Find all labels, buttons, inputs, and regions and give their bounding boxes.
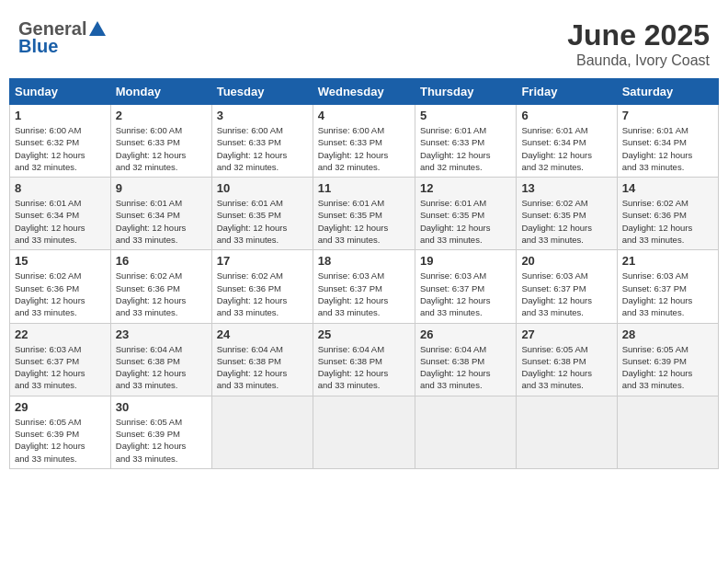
day-number: 29: [15, 400, 106, 414]
day-number: 19: [420, 254, 511, 268]
day-number: 23: [116, 327, 207, 341]
day-info: Sunrise: 6:03 AM Sunset: 6:37 PM Dayligh…: [318, 270, 410, 318]
day-number: 9: [116, 181, 207, 195]
table-row: 17Sunrise: 6:02 AM Sunset: 6:36 PM Dayli…: [211, 250, 313, 323]
logo-icon: [87, 19, 108, 40]
table-row: 11Sunrise: 6:01 AM Sunset: 6:35 PM Dayli…: [313, 178, 415, 250]
table-row: 18Sunrise: 6:03 AM Sunset: 6:37 PM Dayli…: [313, 250, 415, 323]
day-number: 26: [420, 327, 511, 341]
day-info: Sunrise: 6:02 AM Sunset: 6:36 PM Dayligh…: [116, 270, 207, 318]
day-number: 18: [318, 254, 410, 268]
table-row: 13Sunrise: 6:02 AM Sunset: 6:35 PM Dayli…: [517, 178, 617, 250]
day-number: 7: [622, 109, 713, 122]
day-info: Sunrise: 6:00 AM Sunset: 6:33 PM Dayligh…: [217, 124, 308, 173]
table-row: 22Sunrise: 6:03 AM Sunset: 6:37 PM Dayli…: [10, 323, 111, 396]
day-info: Sunrise: 6:04 AM Sunset: 6:38 PM Dayligh…: [217, 343, 308, 392]
day-number: 8: [15, 181, 106, 195]
table-row: 19Sunrise: 6:03 AM Sunset: 6:37 PM Dayli…: [415, 250, 516, 323]
table-row: 20Sunrise: 6:03 AM Sunset: 6:37 PM Dayli…: [517, 250, 617, 323]
day-number: 4: [318, 109, 410, 122]
header-friday: Friday: [517, 79, 617, 105]
table-row: 2Sunrise: 6:00 AM Sunset: 6:33 PM Daylig…: [110, 105, 211, 178]
table-row: 7Sunrise: 6:01 AM Sunset: 6:34 PM Daylig…: [617, 105, 718, 178]
day-number: 30: [116, 400, 207, 414]
table-row: 10Sunrise: 6:01 AM Sunset: 6:35 PM Dayli…: [211, 178, 313, 250]
logo: General Blue: [18, 18, 108, 57]
table-row: 9Sunrise: 6:01 AM Sunset: 6:34 PM Daylig…: [110, 178, 211, 250]
location-title: Baunda, Ivory Coast: [567, 52, 710, 69]
day-number: 24: [217, 327, 308, 341]
table-row: 27Sunrise: 6:05 AM Sunset: 6:38 PM Dayli…: [517, 323, 617, 396]
day-info: Sunrise: 6:04 AM Sunset: 6:38 PM Dayligh…: [318, 343, 410, 392]
day-info: Sunrise: 6:00 AM Sunset: 6:33 PM Dayligh…: [318, 124, 410, 173]
day-number: 12: [420, 181, 511, 195]
day-info: Sunrise: 6:03 AM Sunset: 6:37 PM Dayligh…: [15, 343, 106, 392]
day-info: Sunrise: 6:00 AM Sunset: 6:32 PM Dayligh…: [15, 124, 106, 173]
day-number: 27: [521, 327, 611, 341]
day-number: 21: [622, 254, 713, 268]
day-info: Sunrise: 6:02 AM Sunset: 6:35 PM Dayligh…: [521, 197, 611, 246]
calendar-week-row: 8Sunrise: 6:01 AM Sunset: 6:34 PM Daylig…: [10, 178, 719, 250]
day-number: 25: [318, 327, 410, 341]
day-number: 3: [217, 109, 308, 122]
day-number: 15: [15, 254, 106, 268]
day-info: Sunrise: 6:02 AM Sunset: 6:36 PM Dayligh…: [622, 197, 713, 246]
day-info: Sunrise: 6:03 AM Sunset: 6:37 PM Dayligh…: [622, 270, 713, 318]
table-row: [211, 396, 313, 468]
day-info: Sunrise: 6:01 AM Sunset: 6:34 PM Dayligh…: [521, 124, 611, 173]
header-monday: Monday: [110, 79, 211, 105]
day-number: 6: [521, 109, 611, 122]
day-info: Sunrise: 6:05 AM Sunset: 6:39 PM Dayligh…: [622, 343, 713, 392]
table-row: 4Sunrise: 6:00 AM Sunset: 6:33 PM Daylig…: [313, 105, 415, 178]
table-row: 1Sunrise: 6:00 AM Sunset: 6:32 PM Daylig…: [10, 105, 111, 178]
day-info: Sunrise: 6:00 AM Sunset: 6:33 PM Dayligh…: [116, 124, 207, 173]
day-number: 17: [217, 254, 308, 268]
table-row: 30Sunrise: 6:05 AM Sunset: 6:39 PM Dayli…: [110, 396, 211, 468]
header-wednesday: Wednesday: [313, 79, 415, 105]
day-number: 10: [217, 181, 308, 195]
calendar-week-row: 22Sunrise: 6:03 AM Sunset: 6:37 PM Dayli…: [10, 323, 719, 396]
table-row: 8Sunrise: 6:01 AM Sunset: 6:34 PM Daylig…: [10, 178, 111, 250]
calendar-week-row: 1Sunrise: 6:00 AM Sunset: 6:32 PM Daylig…: [10, 105, 719, 178]
day-info: Sunrise: 6:01 AM Sunset: 6:33 PM Dayligh…: [420, 124, 511, 173]
header-tuesday: Tuesday: [211, 79, 313, 105]
table-row: [617, 396, 718, 468]
day-number: 14: [622, 181, 713, 195]
day-info: Sunrise: 6:03 AM Sunset: 6:37 PM Dayligh…: [521, 270, 611, 318]
table-row: 21Sunrise: 6:03 AM Sunset: 6:37 PM Dayli…: [617, 250, 718, 323]
day-number: 28: [622, 327, 713, 341]
day-number: 13: [521, 181, 611, 195]
day-info: Sunrise: 6:03 AM Sunset: 6:37 PM Dayligh…: [420, 270, 511, 318]
title-area: June 2025 Baunda, Ivory Coast: [567, 18, 710, 69]
day-info: Sunrise: 6:05 AM Sunset: 6:38 PM Dayligh…: [521, 343, 611, 392]
table-row: 5Sunrise: 6:01 AM Sunset: 6:33 PM Daylig…: [415, 105, 516, 178]
day-info: Sunrise: 6:04 AM Sunset: 6:38 PM Dayligh…: [116, 343, 207, 392]
calendar-header-row: Sunday Monday Tuesday Wednesday Thursday…: [10, 79, 719, 105]
logo-blue-text: Blue: [18, 36, 58, 57]
header-thursday: Thursday: [415, 79, 516, 105]
table-row: 14Sunrise: 6:02 AM Sunset: 6:36 PM Dayli…: [617, 178, 718, 250]
day-info: Sunrise: 6:05 AM Sunset: 6:39 PM Dayligh…: [15, 416, 106, 465]
header-saturday: Saturday: [617, 79, 718, 105]
day-number: 16: [116, 254, 207, 268]
day-info: Sunrise: 6:05 AM Sunset: 6:39 PM Dayligh…: [116, 416, 207, 465]
table-row: 29Sunrise: 6:05 AM Sunset: 6:39 PM Dayli…: [10, 396, 111, 468]
table-row: 3Sunrise: 6:00 AM Sunset: 6:33 PM Daylig…: [211, 105, 313, 178]
day-number: 11: [318, 181, 410, 195]
table-row: 25Sunrise: 6:04 AM Sunset: 6:38 PM Dayli…: [313, 323, 415, 396]
day-info: Sunrise: 6:01 AM Sunset: 6:35 PM Dayligh…: [318, 197, 410, 246]
table-row: [313, 396, 415, 468]
day-info: Sunrise: 6:01 AM Sunset: 6:34 PM Dayligh…: [15, 197, 106, 246]
table-row: 16Sunrise: 6:02 AM Sunset: 6:36 PM Dayli…: [110, 250, 211, 323]
day-info: Sunrise: 6:02 AM Sunset: 6:36 PM Dayligh…: [15, 270, 106, 318]
table-row: 6Sunrise: 6:01 AM Sunset: 6:34 PM Daylig…: [517, 105, 617, 178]
calendar-week-row: 29Sunrise: 6:05 AM Sunset: 6:39 PM Dayli…: [10, 396, 719, 468]
month-title: June 2025: [567, 18, 710, 52]
table-row: 24Sunrise: 6:04 AM Sunset: 6:38 PM Dayli…: [211, 323, 313, 396]
day-number: 20: [521, 254, 611, 268]
calendar-table: Sunday Monday Tuesday Wednesday Thursday…: [9, 78, 719, 469]
table-row: 15Sunrise: 6:02 AM Sunset: 6:36 PM Dayli…: [10, 250, 111, 323]
day-info: Sunrise: 6:04 AM Sunset: 6:38 PM Dayligh…: [420, 343, 511, 392]
day-number: 5: [420, 109, 511, 122]
day-info: Sunrise: 6:02 AM Sunset: 6:36 PM Dayligh…: [217, 270, 308, 318]
